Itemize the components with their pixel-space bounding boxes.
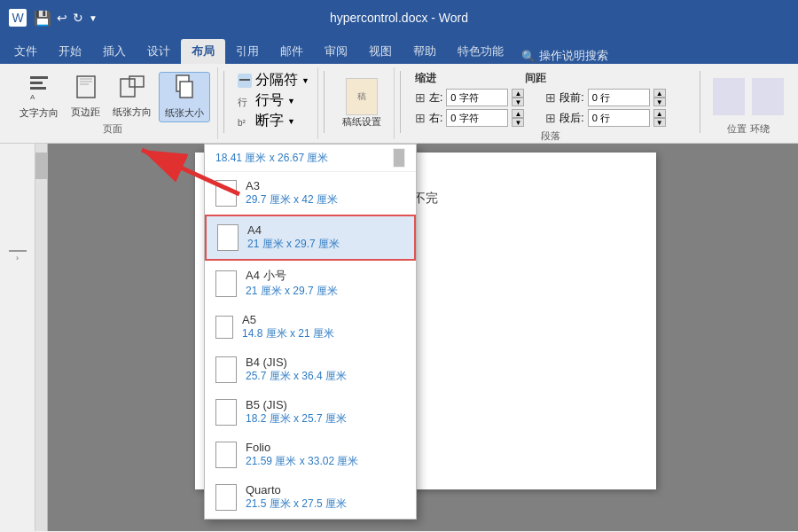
a5-item-text: A5 14.8 厘米 x 21 厘米	[242, 313, 405, 341]
a4-name: A4	[247, 223, 403, 237]
search-box[interactable]: 🔍 操作说明搜索	[521, 48, 608, 64]
a5-name: A5	[242, 313, 405, 326]
svg-text:A: A	[30, 93, 35, 99]
orientation-label: 纸张方向	[113, 106, 152, 119]
paras-group-label: 段落	[415, 129, 685, 143]
para-buttons: 分隔符 ▼ 行 行号 ▼ b² 断字 ▼	[238, 71, 309, 136]
margins-button[interactable]: 页边距	[66, 74, 106, 121]
quarto-size: 21.5 厘米 x 27.5 厘米	[246, 497, 405, 512]
svg-rect-0	[30, 76, 48, 79]
svg-rect-1	[30, 82, 43, 84]
svg-rect-4	[77, 76, 95, 98]
b4jis-item-text: B4 (JIS) 25.7 厘米 x 36.4 厘米	[246, 356, 405, 384]
wrap-icon	[752, 78, 784, 115]
dropdown-scrollbar[interactable]	[393, 148, 405, 168]
save-icon[interactable]: 💾	[34, 10, 51, 27]
spacing-before-row: ⊞ 段前: ▲▼	[545, 89, 665, 106]
paper-size-option-a3[interactable]: A3 29.7 厘米 x 42 厘米	[205, 172, 416, 215]
quarto-paper-icon	[215, 484, 237, 511]
paper-size-option-quarto[interactable]: Quarto 21.5 厘米 x 27.5 厘米	[205, 476, 416, 519]
a4small-paper-icon	[215, 270, 237, 297]
doc-main: 开很完整，在打印预览时却显示不完 18.41 厘米 x 26.67 厘米 A3 …	[35, 144, 798, 531]
tab-home[interactable]: 开始	[48, 39, 92, 64]
scrollbar-thumb[interactable]	[394, 149, 404, 167]
a3-size: 29.7 厘米 x 42 厘米	[246, 192, 405, 207]
indent-right-input[interactable]	[446, 109, 508, 127]
paper-size-option-a5[interactable]: A5 14.8 厘米 x 21 厘米	[205, 306, 416, 348]
divider-1	[223, 71, 224, 133]
paper-size-option-b4jis[interactable]: B4 (JIS) 25.7 厘米 x 36.4 厘米	[205, 348, 416, 391]
indent-row: ⊞ 左: ▲▼ ⊞ 段前: ▲▼	[415, 89, 685, 106]
margins-label: 页边距	[71, 106, 100, 119]
spacing-after-input[interactable]	[588, 109, 650, 127]
tab-file[interactable]: 文件	[4, 39, 48, 64]
draft-label: 稿纸设置	[342, 115, 381, 129]
margins-icon	[76, 75, 96, 104]
text-direction-label: 文字方向	[20, 106, 59, 120]
indent-left-icon: ⊞	[415, 90, 426, 105]
group-headers: 缩进 间距	[415, 71, 685, 86]
b5jis-size: 18.2 厘米 x 25.7 厘米	[246, 411, 405, 426]
quick-access-arrow[interactable]: ▼	[89, 13, 98, 23]
tab-layout[interactable]: 布局	[181, 39, 225, 64]
redo-icon[interactable]: ↻	[73, 11, 83, 25]
a5-size: 14.8 厘米 x 21 厘米	[242, 326, 405, 341]
tab-view[interactable]: 视图	[358, 39, 403, 64]
a4small-item-text: A4 小号 21 厘米 x 29.7 厘米	[246, 268, 405, 299]
indent-right-row: ⊞ 右: ▲▼	[415, 109, 524, 127]
search-icon: 🔍	[521, 50, 536, 63]
position-group-label: 位置 环绕	[727, 122, 769, 136]
orientation-button[interactable]: 纸张方向	[107, 74, 157, 121]
folio-size: 21.59 厘米 x 33.02 厘米	[246, 454, 405, 469]
sidebar-marks: ›	[0, 250, 35, 262]
spacing-before-spinner[interactable]: ▲▼	[653, 89, 666, 106]
tab-special[interactable]: 特色功能	[447, 39, 514, 64]
spacing-after-icon: ⊞	[545, 111, 556, 125]
indent-left-spinner[interactable]: ▲▼	[512, 89, 524, 106]
ruler-mark	[9, 250, 27, 252]
paper-size-button[interactable]: 纸张大小	[159, 72, 210, 122]
indent-left-input[interactable]	[446, 89, 508, 106]
line-num-row[interactable]: 行 行号 ▼	[238, 91, 295, 110]
b4jis-name: B4 (JIS)	[246, 356, 405, 369]
svg-text:b²: b²	[238, 118, 246, 128]
tab-mailing[interactable]: 邮件	[270, 39, 314, 64]
paper-size-option-a4small[interactable]: A4 小号 21 厘米 x 29.7 厘米	[205, 261, 416, 306]
undo-icon[interactable]: ↩	[57, 11, 67, 25]
page-group-label: 页面	[103, 122, 122, 136]
orientation-icon	[120, 75, 145, 104]
tab-review[interactable]: 审阅	[314, 39, 358, 64]
indent-right-spinner[interactable]: ▲▼	[512, 109, 524, 127]
quarto-item-text: Quarto 21.5 厘米 x 27.5 厘米	[246, 483, 405, 512]
divider-2	[324, 71, 325, 133]
a4-size: 21 厘米 x 29.7 厘米	[247, 237, 403, 252]
b5jis-item-text: B5 (JIS) 18.2 厘米 x 25.7 厘米	[246, 398, 405, 426]
indent-right-icon: ⊞	[415, 111, 426, 125]
paper-size-option-folio[interactable]: Folio 21.59 厘米 x 33.02 厘米	[205, 434, 416, 476]
ribbon-content: A 文字方向 页边距	[0, 64, 798, 144]
hyphen-arrow: ▼	[287, 117, 295, 126]
group-page: A 文字方向 页边距	[7, 67, 218, 139]
top-item-size: 18.41 厘米 x 26.67 厘米	[215, 151, 328, 166]
separator-row[interactable]: 分隔符 ▼	[238, 71, 309, 90]
a3-paper-icon	[215, 180, 237, 207]
draft-content: 稿 稿纸设置	[337, 71, 387, 136]
tab-insert[interactable]: 插入	[92, 39, 137, 64]
divider-4	[700, 71, 700, 133]
spacing-after-spinner[interactable]: ▲▼	[653, 109, 666, 127]
hyphen-label: 断字	[255, 112, 284, 130]
paper-size-option-b5jis[interactable]: B5 (JIS) 18.2 厘米 x 25.7 厘米	[205, 391, 416, 434]
draft-button[interactable]: 稿 稿纸设置	[337, 76, 387, 130]
hyphen-row[interactable]: b² 断字 ▼	[238, 112, 295, 130]
tab-references[interactable]: 引用	[225, 39, 270, 64]
tab-design[interactable]: 设计	[137, 39, 181, 64]
spacing-before-input[interactable]	[588, 89, 650, 106]
search-label: 操作说明搜索	[539, 48, 608, 64]
text-direction-button[interactable]: A 文字方向	[14, 73, 64, 121]
paper-size-option-a4[interactable]: A4 21 厘米 x 29.7 厘米	[205, 215, 416, 261]
ruler-thumb[interactable]	[35, 153, 48, 179]
paper-size-label: 纸张大小	[165, 106, 204, 120]
word-logo: W	[12, 11, 23, 25]
tab-help[interactable]: 帮助	[403, 39, 447, 64]
group-draft: 稿 稿纸设置	[330, 67, 395, 139]
